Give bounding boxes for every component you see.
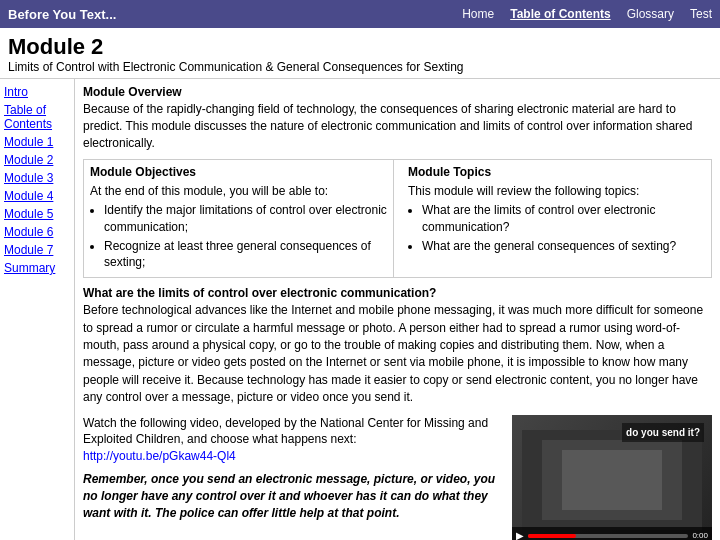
content-area: Module Overview Because of the rapidly-c… xyxy=(75,79,720,540)
main-layout: Intro Table ofContents Module 1 Module 2… xyxy=(0,79,720,540)
sidebar-item-module6[interactable]: Module 6 xyxy=(4,225,70,239)
sidebar-item-intro[interactable]: Intro xyxy=(4,85,70,99)
module-title: Module 2 xyxy=(8,34,712,60)
objectives-topics-panel: Module Objectives At the end of this mod… xyxy=(83,159,712,278)
objectives-col: Module Objectives At the end of this mod… xyxy=(84,160,394,277)
video-thumbnail[interactable]: do you send it? ▶ 0:00 xyxy=(512,415,712,540)
italic-reminder: Remember, once you send an electronic me… xyxy=(83,471,504,521)
svg-rect-2 xyxy=(562,450,662,510)
objectives-intro: At the end of this module, you will be a… xyxy=(90,183,387,200)
video-overlay-text: do you send it? xyxy=(622,423,704,442)
nav-home[interactable]: Home xyxy=(462,7,494,21)
objective-1: Identify the major limitations of contro… xyxy=(104,202,387,236)
video-description: Watch the following video, developed by … xyxy=(83,416,488,447)
overview-text: Because of the rapidly-changing field of… xyxy=(83,101,712,151)
overview-header: Module Overview xyxy=(83,85,712,99)
topics-list: What are the limits of control over elec… xyxy=(408,202,705,254)
video-play-button[interactable]: ▶ xyxy=(516,530,524,540)
module-subtitle: Limits of Control with Electronic Commun… xyxy=(8,60,712,74)
sidebar-item-module7[interactable]: Module 7 xyxy=(4,243,70,257)
topics-col: Module Topics This module will review th… xyxy=(402,160,711,277)
topics-header: Module Topics xyxy=(408,164,705,181)
sidebar-item-module2[interactable]: Module 2 xyxy=(4,153,70,167)
sidebar: Intro Table ofContents Module 1 Module 2… xyxy=(0,79,75,540)
sidebar-item-toc[interactable]: Table ofContents xyxy=(4,103,70,131)
objective-2: Recognize at least three general consequ… xyxy=(104,238,387,272)
navigation: Home Table of Contents Glossary Test xyxy=(462,7,712,21)
control-text: Before technological advances like the I… xyxy=(83,302,712,406)
sidebar-item-module1[interactable]: Module 1 xyxy=(4,135,70,149)
video-time: 0:00 xyxy=(692,531,708,540)
sidebar-item-module5[interactable]: Module 5 xyxy=(4,207,70,221)
nav-glossary[interactable]: Glossary xyxy=(627,7,674,21)
module-title-area: Module 2 Limits of Control with Electron… xyxy=(0,28,720,79)
topics-intro: This module will review the following to… xyxy=(408,183,705,200)
video-progress-bar[interactable] xyxy=(528,534,688,538)
nav-test[interactable]: Test xyxy=(690,7,712,21)
control-header: What are the limits of control over elec… xyxy=(83,286,712,300)
nav-toc[interactable]: Table of Contents xyxy=(510,7,610,21)
video-link[interactable]: http://youtu.be/pGkaw44-Ql4 xyxy=(83,449,236,463)
video-progress-fill xyxy=(528,534,576,538)
app-title: Before You Text... xyxy=(8,7,462,22)
video-section: Watch the following video, developed by … xyxy=(83,415,712,540)
sidebar-item-module3[interactable]: Module 3 xyxy=(4,171,70,185)
video-controls-bar: ▶ 0:00 xyxy=(512,527,712,540)
sidebar-item-module4[interactable]: Module 4 xyxy=(4,189,70,203)
video-image xyxy=(522,430,702,530)
topic-2: What are the general consequences of sex… xyxy=(422,238,705,255)
objectives-header: Module Objectives xyxy=(90,164,387,181)
video-text-col: Watch the following video, developed by … xyxy=(83,415,504,540)
topic-1: What are the limits of control over elec… xyxy=(422,202,705,236)
header: Before You Text... Home Table of Content… xyxy=(0,0,720,28)
sidebar-item-summary[interactable]: Summary xyxy=(4,261,70,275)
objectives-list: Identify the major limitations of contro… xyxy=(90,202,387,271)
